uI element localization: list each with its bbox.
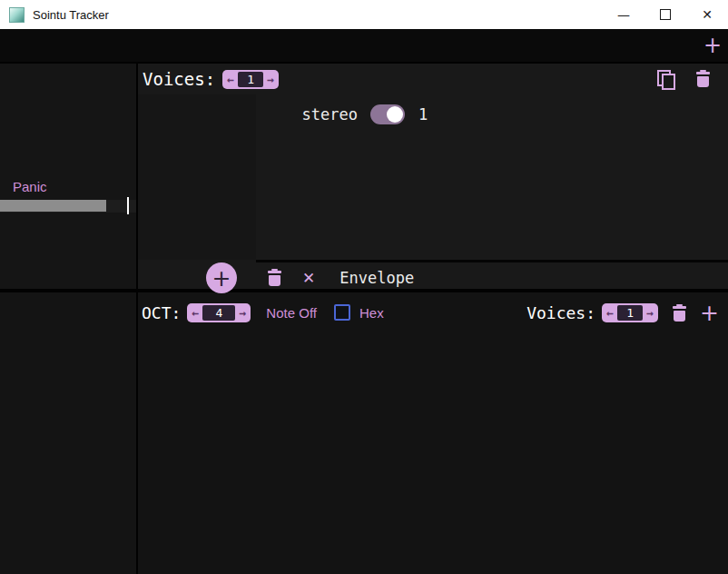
song-progress-fill xyxy=(0,200,106,212)
menu-tab-strip: + xyxy=(0,29,728,62)
close-button[interactable]: ✕ xyxy=(686,0,728,29)
maximize-button[interactable] xyxy=(644,0,686,29)
unit-list xyxy=(138,94,256,260)
track-voices-stepper[interactable]: ← 1 → xyxy=(602,303,658,322)
clear-unit-icon[interactable]: ✕ xyxy=(302,269,315,287)
unit-footer: ✕ Envelope xyxy=(256,260,728,292)
increment-arrow-icon[interactable]: → xyxy=(235,306,250,320)
stereo-value: 1 xyxy=(418,105,428,124)
stereo-label: stereo xyxy=(256,105,358,124)
octave-value: 4 xyxy=(202,305,235,321)
hex-checkbox[interactable] xyxy=(334,304,350,321)
titlebar: Sointu Tracker — ✕ xyxy=(0,0,728,30)
decrement-arrow-icon[interactable]: ← xyxy=(223,73,238,86)
song-progress-bar[interactable] xyxy=(0,200,136,213)
window-title: Sointu Tracker xyxy=(33,8,109,22)
unit-params: stereo 1 xyxy=(256,94,728,260)
menubar xyxy=(0,29,136,62)
delete-unit-icon[interactable] xyxy=(268,269,281,286)
add-track-button[interactable]: + xyxy=(700,300,719,326)
instrument-tabs xyxy=(138,29,728,62)
decrement-arrow-icon[interactable]: ← xyxy=(188,306,202,320)
add-unit-button[interactable]: + xyxy=(206,262,237,293)
delete-track-icon[interactable] xyxy=(673,304,686,322)
stereo-toggle[interactable] xyxy=(370,104,405,124)
hex-label: Hex xyxy=(359,305,384,321)
window-controls: — ✕ xyxy=(603,0,728,29)
octave-label: OCT: xyxy=(142,303,181,322)
instrument-panel: Voices: ← 1 → stereo 1 + xyxy=(138,62,728,292)
maximize-icon xyxy=(660,9,671,20)
unit-title: Envelope xyxy=(339,269,414,287)
add-instrument-button[interactable]: + xyxy=(697,29,728,62)
stereo-row: stereo 1 xyxy=(256,96,728,133)
track-voices-label: Voices: xyxy=(526,303,595,322)
decrement-arrow-icon[interactable]: ← xyxy=(603,306,617,320)
editor-toolbar: OCT: ← 4 → Note Off Hex Voices: ← 1 → + xyxy=(138,292,728,332)
track-voices-value: 1 xyxy=(617,305,643,321)
pattern-editor: OCT: ← 4 → Note Off Hex Voices: ← 1 → + xyxy=(138,292,728,574)
increment-arrow-icon[interactable]: → xyxy=(643,306,657,320)
instrument-voices-value: 1 xyxy=(238,72,263,87)
sointu-tracker-window: Sointu Tracker — ✕ + Panic Voices: ← 1 → xyxy=(0,0,728,574)
song-panel: Panic xyxy=(0,62,138,292)
panic-button[interactable]: Panic xyxy=(13,179,47,194)
voices-label: Voices: xyxy=(143,69,215,89)
pattern-rows xyxy=(138,334,728,574)
app-icon xyxy=(9,7,25,23)
octave-stepper[interactable]: ← 4 → xyxy=(187,303,251,322)
delete-instrument-icon[interactable] xyxy=(696,70,710,87)
playback-cursor xyxy=(127,197,129,214)
instrument-voices-stepper[interactable]: ← 1 → xyxy=(222,70,279,89)
order-list-panel xyxy=(0,292,138,574)
instrument-header: Voices: ← 1 → xyxy=(138,64,728,94)
increment-arrow-icon[interactable]: → xyxy=(263,73,278,86)
copy-instrument-icon[interactable] xyxy=(657,70,675,88)
minimize-button[interactable]: — xyxy=(603,0,644,29)
note-off-button[interactable]: Note Off xyxy=(266,305,317,321)
